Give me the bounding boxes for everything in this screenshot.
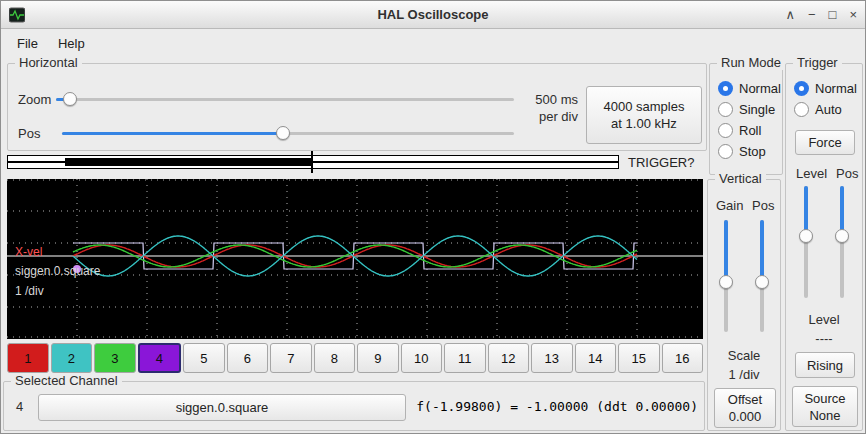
radio-roll[interactable] <box>718 123 733 138</box>
selected-channel-number: 4 <box>16 399 23 414</box>
channel-name-button[interactable]: siggen.0.square <box>38 394 406 421</box>
channel-button-7[interactable]: 7 <box>270 343 312 373</box>
channel-button-1[interactable]: 1 <box>7 343 49 373</box>
scope-channel-label: X-vel <box>15 245 42 259</box>
channel-button-5[interactable]: 5 <box>183 343 225 373</box>
zoom-slider-thumb[interactable] <box>63 92 77 106</box>
close-button[interactable]: × <box>849 1 857 29</box>
trigger-pos-slider[interactable] <box>834 186 850 298</box>
channel-button-3[interactable]: 3 <box>94 343 136 373</box>
run-mode-frame-label: Run Mode <box>717 55 785 70</box>
waveform-svg <box>7 179 703 339</box>
titlebar: HAL Oscilloscope ∧ − □ × <box>1 1 865 29</box>
channel-button-2[interactable]: 2 <box>51 343 93 373</box>
run-mode-option: Roll <box>718 120 778 141</box>
record-current-tick <box>311 151 313 173</box>
vertical-frame: Vertical Gain Pos Scale 1 /div Offset 0.… <box>707 179 781 431</box>
radio-label: Roll <box>739 123 761 138</box>
channel-button-16[interactable]: 16 <box>662 343 704 373</box>
radio-label: Auto <box>815 102 842 117</box>
trigger-level-value: ---- <box>786 331 862 346</box>
run-mode-frame: Run Mode Normal Single Roll Stop <box>709 63 783 175</box>
radio-label: Single <box>739 102 775 117</box>
scope-signal-label: siggen.0.square <box>15 264 100 278</box>
minimize-button[interactable]: − <box>808 1 816 29</box>
channel-button-8[interactable]: 8 <box>314 343 356 373</box>
selected-channel-frame: Selected Channel 4 siggen.0.square f(-1.… <box>3 381 705 431</box>
scale-caption: Scale <box>708 348 780 363</box>
radio-auto[interactable] <box>794 102 809 117</box>
trigger-source-button[interactable]: Source None <box>792 386 858 427</box>
vertical-pos-slider[interactable] <box>754 220 770 332</box>
channel-button-14[interactable]: 14 <box>575 343 617 373</box>
gain-slider[interactable] <box>718 220 734 332</box>
channel-button-11[interactable]: 11 <box>444 343 486 373</box>
radio-stop[interactable] <box>718 144 733 159</box>
window-controls: ∧ − □ × <box>785 1 857 29</box>
horizontal-frame: Horizontal Zoom Pos 500 ms per div 4000 … <box>7 63 707 151</box>
menu-help[interactable]: Help <box>48 33 95 54</box>
window-title: HAL Oscilloscope <box>1 1 865 28</box>
trigger-pos-label: Pos <box>836 166 858 181</box>
trigger-frame: Trigger Normal Auto Force Level Pos Leve… <box>785 63 863 431</box>
menubar: File Help <box>1 29 865 57</box>
radio-normal[interactable] <box>794 81 809 96</box>
radio-single[interactable] <box>718 102 733 117</box>
pos-slider-thumb[interactable] <box>276 126 290 140</box>
vertical-pos-slider-thumb[interactable] <box>755 275 769 289</box>
channel-row: 12345678910111213141516 <box>7 343 703 373</box>
zoom-slider[interactable] <box>56 91 514 107</box>
channel-button-6[interactable]: 6 <box>227 343 269 373</box>
pos-slider[interactable] <box>62 125 514 141</box>
vertical-pos-label: Pos <box>752 198 774 213</box>
channel-button-15[interactable]: 15 <box>618 343 660 373</box>
trigger-frame-label: Trigger <box>793 55 842 70</box>
channel-button-9[interactable]: 9 <box>357 343 399 373</box>
channel-button-4[interactable]: 4 <box>138 343 182 373</box>
channel-button-12[interactable]: 12 <box>488 343 530 373</box>
trigger-level-slider[interactable] <box>798 186 814 298</box>
record-filled-segment <box>65 158 312 166</box>
radio-normal[interactable] <box>718 81 733 96</box>
trigger-edge-button[interactable]: Rising <box>795 352 855 378</box>
scope-scale-label: 1 /div <box>15 284 44 298</box>
trigger-option: Normal <box>794 78 857 99</box>
horizontal-frame-label: Horizontal <box>15 55 82 70</box>
radio-label: Normal <box>739 81 781 96</box>
trigger-level-caption: Level <box>786 312 862 327</box>
radio-label: Stop <box>739 144 766 159</box>
menu-file[interactable]: File <box>7 33 48 54</box>
vertical-frame-label: Vertical <box>715 171 766 186</box>
per-div-label: 500 ms per div <box>514 91 578 125</box>
scope-display: X-vel siggen.0.square 1 /div <box>7 179 703 339</box>
zoom-label: Zoom <box>18 92 51 107</box>
samples-button[interactable]: 4000 samples at 1.00 kHz <box>586 86 702 144</box>
selected-channel-frame-label: Selected Channel <box>11 373 122 388</box>
offset-button[interactable]: Offset 0.000 <box>714 388 776 428</box>
run-mode-option: Single <box>718 99 778 120</box>
hal-oscilloscope-window: HAL Oscilloscope ∧ − □ × File Help Horiz… <box>0 0 866 434</box>
gain-slider-thumb[interactable] <box>719 275 733 289</box>
record-position-bar <box>7 155 619 169</box>
run-mode-option: Stop <box>718 141 778 162</box>
shade-button[interactable]: ∧ <box>785 1 795 29</box>
trigger-level-slider-thumb[interactable] <box>799 229 813 243</box>
trigger-level-label: Level <box>796 166 827 181</box>
radio-label: Normal <box>815 81 857 96</box>
gain-label: Gain <box>716 198 743 213</box>
force-button[interactable]: Force <box>795 130 855 155</box>
pos-label: Pos <box>18 126 40 141</box>
channel-button-13[interactable]: 13 <box>531 343 573 373</box>
trigger-status-label: TRIGGER? <box>628 155 694 170</box>
maximize-button[interactable]: □ <box>829 1 837 29</box>
trigger-option: Auto <box>794 99 842 120</box>
scale-value: 1 /div <box>708 367 780 382</box>
channel-button-10[interactable]: 10 <box>401 343 443 373</box>
trigger-pos-slider-thumb[interactable] <box>835 229 849 243</box>
channel-value-readout: f(-1.99800) = -1.00000 (ddt 0.00000) <box>416 399 698 414</box>
run-mode-option: Normal <box>718 78 778 99</box>
